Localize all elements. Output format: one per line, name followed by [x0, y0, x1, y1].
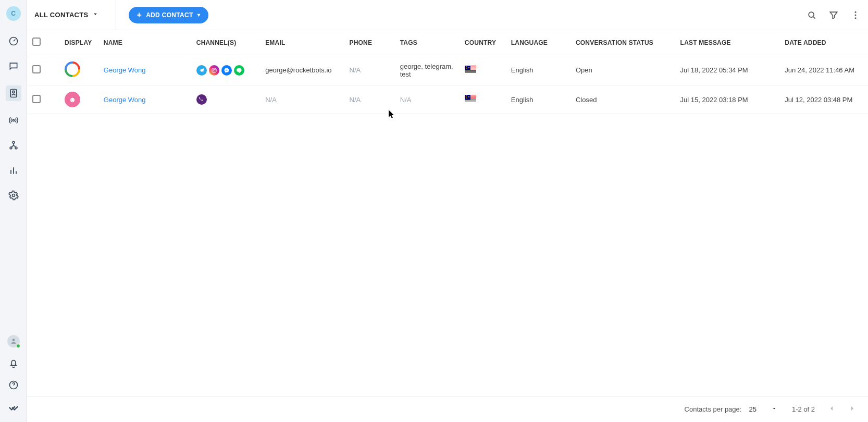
sort-icon: [828, 40, 835, 46]
chevron-down-icon: ▾: [197, 12, 200, 18]
pagination: 1-2 of 2: [792, 404, 857, 414]
contacts-table-wrapper: DISPLAY NAME CHANNEL(S) EMAIL PHONE TAGS…: [27, 30, 868, 396]
brand-check-icon[interactable]: [8, 401, 19, 413]
col-last-message[interactable]: LAST MESSAGE: [675, 30, 780, 55]
col-conversation-status[interactable]: CONVERSATION STATUS: [571, 30, 675, 55]
help-icon[interactable]: [8, 379, 19, 391]
sidebar-nav-bottom: [8, 336, 19, 422]
filter-icon[interactable]: [828, 10, 839, 20]
col-date-added[interactable]: DATE ADDED: [779, 30, 868, 55]
contact-language: English: [511, 96, 534, 104]
conversation-status: Closed: [576, 96, 597, 104]
flag-my: [465, 95, 476, 103]
workspace-avatar[interactable]: C: [6, 6, 21, 21]
col-email[interactable]: EMAIL: [260, 30, 344, 55]
contact-avatar: [65, 61, 80, 77]
channel-instagram-icon: [209, 65, 219, 76]
dashboard-icon[interactable]: [8, 35, 19, 47]
col-channels[interactable]: CHANNEL(S): [191, 30, 260, 55]
per-page-control: Contacts per page: 25: [685, 405, 777, 413]
sort-icon: [125, 40, 131, 46]
svg-point-3: [13, 119, 14, 121]
per-page-label: Contacts per page:: [685, 405, 742, 413]
topbar-actions: [807, 10, 861, 20]
svg-point-10: [809, 12, 814, 17]
add-contact-button[interactable]: + ADD CONTACT ▾: [129, 7, 208, 23]
svg-point-2: [12, 91, 14, 93]
date-added: Jul 12, 2022 03:48 PM: [785, 96, 852, 104]
last-message-time: Jul 18, 2022 05:34 PM: [680, 66, 748, 74]
more-menu-icon[interactable]: [850, 10, 861, 20]
table-row[interactable]: ☻George WongN/AN/AN/AEnglishClosedJul 15…: [27, 85, 868, 114]
date-added: Jun 24, 2022 11:46 AM: [785, 66, 854, 74]
svg-point-13: [855, 17, 857, 19]
broadcast-icon[interactable]: [8, 115, 19, 126]
row-select-checkbox[interactable]: [32, 95, 41, 103]
contact-phone: N/A: [350, 66, 361, 74]
svg-point-8: [12, 339, 15, 341]
channel-telegram-icon: [196, 65, 207, 76]
reports-icon[interactable]: [8, 165, 19, 176]
chevron-down-icon: [771, 405, 777, 413]
contact-language: English: [511, 66, 534, 74]
messages-icon[interactable]: [8, 60, 19, 72]
add-contact-label: ADD CONTACT: [146, 11, 193, 19]
col-phone[interactable]: PHONE: [344, 30, 395, 55]
per-page-select[interactable]: 25: [749, 405, 777, 413]
table-header-row: DISPLAY NAME CHANNEL(S) EMAIL PHONE TAGS…: [27, 30, 868, 55]
col-tags[interactable]: TAGS: [395, 30, 460, 55]
sort-icon: [733, 40, 739, 46]
contact-name-link[interactable]: George Wong: [104, 96, 146, 104]
contact-avatar: ☻: [65, 92, 80, 107]
svg-point-16: [215, 69, 216, 69]
svg-point-4: [13, 141, 15, 143]
main: ALL CONTACTS + ADD CONTACT ▾: [27, 0, 868, 422]
col-country[interactable]: COUNTRY: [460, 30, 506, 55]
contacts-segment-dropdown[interactable]: ALL CONTACTS: [34, 10, 99, 19]
channel-viber-icon: [196, 94, 207, 105]
conversation-status: Open: [576, 66, 592, 74]
svg-point-7: [12, 194, 15, 197]
row-select-checkbox[interactable]: [32, 65, 41, 73]
channel-list: [196, 94, 255, 105]
svg-point-11: [855, 11, 857, 13]
topbar: ALL CONTACTS + ADD CONTACT ▾: [27, 0, 868, 30]
contacts-table: DISPLAY NAME CHANNEL(S) EMAIL PHONE TAGS…: [27, 30, 868, 114]
col-display[interactable]: DISPLAY: [59, 30, 98, 55]
prev-page-button[interactable]: [827, 404, 836, 414]
select-all-checkbox[interactable]: [32, 38, 41, 46]
last-message-time: Jul 15, 2022 03:18 PM: [680, 96, 748, 104]
table-footer: Contacts per page: 25 1-2 of 2: [27, 396, 868, 422]
sort-icon: [550, 40, 556, 46]
sort-icon: [655, 40, 662, 46]
topbar-divider: [116, 0, 116, 30]
channel-list: [196, 65, 255, 76]
flag-my: [465, 66, 476, 73]
channel-line-icon: [234, 65, 244, 76]
col-name[interactable]: NAME: [98, 30, 191, 55]
contact-email: N/A: [265, 96, 277, 104]
col-language[interactable]: LANGUAGE: [506, 30, 571, 55]
segment-title: ALL CONTACTS: [34, 11, 89, 19]
chevron-down-icon: [92, 10, 99, 19]
contacts-icon[interactable]: [6, 85, 21, 101]
workflows-icon[interactable]: [8, 140, 19, 151]
sidebar: C: [0, 0, 27, 422]
table-row[interactable]: George Wonggeorge@rocketbots.ioN/Ageorge…: [27, 55, 868, 85]
settings-icon[interactable]: [8, 190, 19, 201]
contact-email: george@rocketbots.io: [265, 66, 331, 74]
sidebar-nav-top: [6, 35, 21, 201]
workspace-initial: C: [11, 10, 16, 17]
svg-point-15: [213, 69, 215, 71]
contact-name-link[interactable]: George Wong: [104, 66, 146, 74]
per-page-value: 25: [749, 405, 756, 413]
col-select: [27, 30, 59, 55]
user-presence-icon[interactable]: [8, 336, 19, 347]
contact-tags: george, telegram, test: [400, 63, 453, 78]
notifications-icon[interactable]: [8, 357, 19, 369]
next-page-button[interactable]: [848, 404, 857, 414]
channel-messenger-icon: [221, 65, 232, 76]
page-range: 1-2 of 2: [792, 405, 815, 413]
search-icon[interactable]: [807, 10, 817, 20]
sort-icon: [374, 40, 380, 46]
